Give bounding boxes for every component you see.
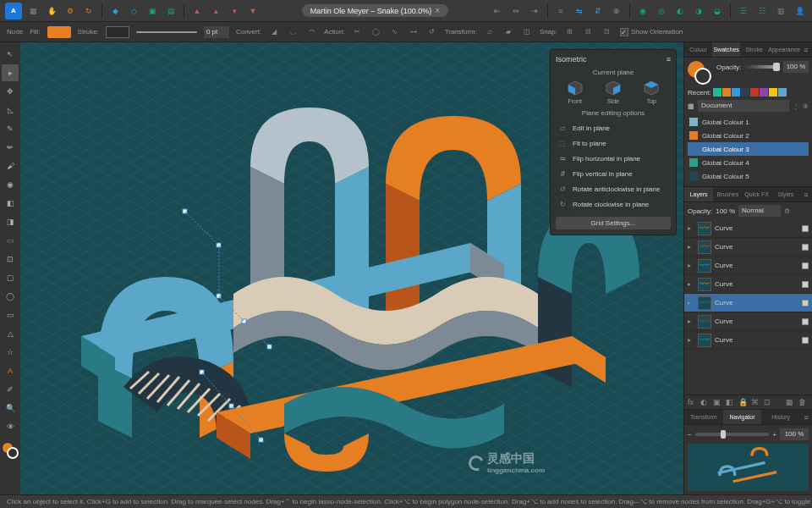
opt-edit-in-plane[interactable]: ▱Edit in plane — [556, 120, 671, 135]
layer-visible-checkbox[interactable] — [802, 262, 809, 269]
delete-layer-icon[interactable]: 🗑 — [798, 398, 809, 406]
disclosure-icon[interactable]: ▸ — [688, 318, 694, 325]
recent-swatch[interactable] — [760, 88, 768, 97]
convert-smooth-icon[interactable]: ◡ — [287, 26, 299, 38]
snap2-icon[interactable]: ⊟ — [583, 26, 595, 38]
panel-menu-icon[interactable]: ≡ — [800, 410, 812, 424]
layer-visible-checkbox[interactable] — [802, 281, 809, 288]
stroke-width-input[interactable] — [204, 26, 229, 38]
disclosure-icon[interactable]: ▸ — [688, 224, 694, 232]
boolean-add-icon[interactable]: ◉ — [635, 3, 650, 19]
recent-swatch[interactable] — [732, 88, 740, 97]
distribute-h-icon[interactable]: ≡ — [553, 3, 568, 19]
zoom-value[interactable]: 100 % — [780, 428, 809, 440]
pencil-tool[interactable]: ✏ — [2, 139, 19, 156]
blend-mode-dropdown[interactable]: Normal — [738, 205, 781, 217]
layer-visible-checkbox[interactable] — [802, 337, 809, 344]
layer-row[interactable]: ▸〰Curve — [684, 238, 812, 257]
tx2-icon[interactable]: ▰ — [502, 26, 514, 38]
palette-dropdown[interactable]: Document — [698, 100, 789, 112]
global-colour-row[interactable]: Global Colour 3 — [688, 142, 809, 156]
layer-visible-checkbox[interactable] — [802, 244, 809, 251]
layer-visible-checkbox[interactable] — [802, 318, 809, 325]
opt-rotate-ccw[interactable]: ↺Rotate anticlockwise in plane — [556, 181, 671, 196]
align-center-icon[interactable]: ⇔ — [508, 3, 524, 19]
hand-icon[interactable]: ✋ — [44, 3, 59, 19]
align-right-icon[interactable]: ⇥ — [527, 3, 542, 19]
navigator-preview[interactable] — [688, 444, 809, 491]
tab-styles[interactable]: Styles — [771, 187, 800, 202]
mask2-icon[interactable]: ◧ — [726, 398, 736, 406]
boolean-sub-icon[interactable]: ◎ — [654, 3, 669, 19]
merge-icon[interactable]: ▤ — [163, 3, 178, 19]
blend-opts-icon[interactable]: ⚙ — [784, 207, 790, 215]
global-colour-row[interactable]: Global Colour 4 — [688, 156, 809, 169]
disclosure-icon[interactable]: ▸ — [688, 336, 694, 344]
opt-flip-v[interactable]: ⇵Flip vertical in plane — [556, 166, 671, 181]
shape-ellipse-tool[interactable]: ◯ — [2, 288, 19, 305]
link-icon[interactable]: ⌘ — [751, 398, 761, 406]
tab-transform[interactable]: Transform — [684, 410, 723, 424]
flip-v-icon[interactable]: ⇵ — [590, 3, 606, 19]
front2-icon[interactable]: ▴ — [208, 3, 223, 19]
corner-tool[interactable]: ◺ — [2, 102, 19, 119]
close-path-icon[interactable]: ◯ — [370, 26, 382, 38]
add-layer-icon[interactable]: ▦ — [786, 398, 796, 406]
convert-smart-icon[interactable]: ◠ — [305, 26, 317, 38]
adj-icon[interactable]: ◐ — [700, 398, 710, 406]
tab-appearance[interactable]: Appearance — [768, 42, 800, 57]
back-icon[interactable]: ▾ — [227, 3, 242, 19]
plane-side[interactable]: Side — [605, 80, 622, 104]
point-transform-tool[interactable]: ✥ — [2, 83, 19, 100]
align-left-icon[interactable]: ⇤ — [490, 3, 505, 19]
opacity-slider[interactable] — [744, 65, 780, 69]
user-icon[interactable]: 👤 — [792, 3, 807, 19]
snapshot-icon[interactable]: ☰ — [736, 3, 751, 19]
recent-swatch[interactable] — [778, 88, 787, 97]
tab-layers[interactable]: Layers — [684, 187, 713, 202]
place-image-tool[interactable]: ▭ — [2, 232, 19, 249]
tab-history[interactable]: History — [761, 410, 800, 424]
disclosure-icon[interactable]: ▸ — [688, 299, 694, 306]
zoom-in-icon[interactable]: + — [772, 431, 776, 439]
stroke-swatch[interactable] — [106, 26, 129, 38]
front-icon[interactable]: ▲ — [189, 3, 205, 19]
recent-swatch[interactable] — [713, 88, 721, 97]
layer-row[interactable]: ▸〰Curve — [684, 294, 812, 312]
panel-menu-icon[interactable]: ≡ — [800, 187, 812, 202]
opacity-value[interactable]: 100 % — [783, 61, 809, 73]
layer-row[interactable]: ▸〰Curve — [684, 331, 812, 350]
transparency-tool[interactable]: ◨ — [2, 213, 19, 230]
opt-fit-to-plane[interactable]: ⬚Fit to plane — [556, 135, 671, 151]
view-tool[interactable]: 👁 — [2, 418, 19, 435]
panel-menu-icon[interactable]: ≡ — [800, 42, 812, 57]
fill-swatch[interactable] — [47, 26, 71, 38]
mask-icon[interactable]: ▣ — [713, 398, 723, 406]
brush-tool[interactable]: 🖌 — [2, 157, 19, 174]
tab-navigator[interactable]: Navigator — [723, 410, 762, 424]
canvas[interactable]: Isometric≡ Current plane Front Side Top … — [20, 42, 683, 494]
palette-icon[interactable]: ▦ — [688, 102, 694, 110]
close-icon[interactable]: × — [435, 6, 440, 15]
panel-menu-icon[interactable]: ≡ — [667, 55, 671, 64]
grid-icon[interactable]: ▦ — [25, 3, 41, 19]
tab-stroke[interactable]: Stroke — [740, 42, 768, 57]
boolean-xor-icon[interactable]: ◑ — [691, 3, 706, 19]
disclosure-icon[interactable]: ▸ — [688, 243, 694, 251]
boolean-intersect-icon[interactable]: ◐ — [672, 3, 688, 19]
global-colour-row[interactable]: Global Colour 2 — [688, 129, 809, 142]
layer-visible-checkbox[interactable] — [802, 225, 809, 232]
zoom-slider[interactable] — [695, 433, 770, 436]
stroke-preview[interactable] — [136, 31, 197, 33]
crop-icon[interactable]: ⊡ — [764, 398, 774, 406]
anchor-icon[interactable]: ◆ — [107, 3, 123, 19]
shape-rounded-tool[interactable]: ▭ — [2, 306, 19, 323]
opt-flip-h[interactable]: ⇋Flip horizontal in plane — [556, 151, 671, 166]
recent-swatch[interactable] — [741, 88, 749, 97]
break-icon[interactable]: ✂ — [352, 26, 364, 38]
tab-quickfx[interactable]: Quick FX — [743, 187, 771, 202]
document-title[interactable]: Martin Ole Meyer – Snake (100.0%)× — [302, 4, 448, 17]
layer-visible-checkbox[interactable] — [802, 300, 809, 306]
lock-icon[interactable]: 🔒 — [738, 398, 749, 406]
layer-row[interactable]: ▸〰Curve — [684, 275, 812, 294]
